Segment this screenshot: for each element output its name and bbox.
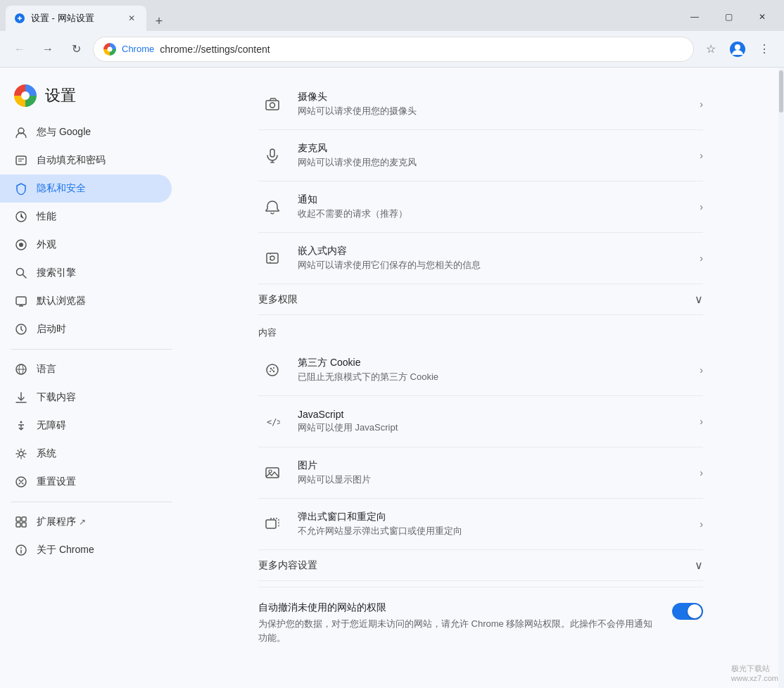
profile-button[interactable] xyxy=(726,38,749,60)
sidebar-item-system[interactable]: 系统 xyxy=(0,440,172,468)
camera-title: 摄像头 xyxy=(298,91,700,103)
svg-point-9 xyxy=(19,243,23,247)
privacy-icon xyxy=(14,181,28,196)
svg-point-36 xyxy=(270,103,275,108)
camera-icon xyxy=(258,90,286,118)
svg-point-41 xyxy=(270,256,274,260)
more-content-settings-label: 更多内容设置 xyxy=(258,559,695,572)
images-item[interactable]: 图片 网站可以显示图片 › xyxy=(258,447,703,499)
sidebar-item-reset[interactable]: 重置设置 xyxy=(0,468,172,496)
main-inner: 摄像头 网站可以请求使用您的摄像头 › 麦克风 网站可以请求使用您的麦克风 › xyxy=(183,68,778,688)
notification-icon xyxy=(258,193,286,221)
scrollbar-thumb[interactable] xyxy=(779,70,783,113)
menu-button[interactable]: ⋮ xyxy=(753,38,776,60)
tab-close-button[interactable]: ✕ xyxy=(125,12,138,25)
embedded-icon xyxy=(258,244,286,272)
sidebar-item-label: 您与 Google xyxy=(37,126,91,139)
more-content-settings-row[interactable]: 更多内容设置 ∨ xyxy=(258,550,703,581)
extensions-icon xyxy=(14,515,28,529)
sidebar-item-accessibility[interactable]: 无障碍 xyxy=(0,412,172,440)
images-icon xyxy=(258,459,286,487)
camera-item[interactable]: 摄像头 网站可以请求使用您的摄像头 › xyxy=(258,79,703,130)
content-area: 摄像头 网站可以请求使用您的摄像头 › 麦克风 网站可以请求使用您的麦克风 › xyxy=(241,68,720,667)
sidebar-item-extensions[interactable]: 扩展程序 ↗ xyxy=(0,508,172,536)
popups-arrow: › xyxy=(700,518,703,530)
sidebar-item-language[interactable]: 语言 xyxy=(0,355,172,383)
maximize-button[interactable]: ▢ xyxy=(712,6,745,28)
sidebar-item-default-browser[interactable]: 默认浏览器 xyxy=(0,287,172,315)
sidebar-item-downloads[interactable]: 下载内容 xyxy=(0,383,172,412)
svg-rect-12 xyxy=(16,297,26,305)
window-controls: — ▢ ✕ xyxy=(678,6,778,31)
cookies-arrow: › xyxy=(700,364,703,376)
popups-item[interactable]: 弹出式窗口和重定向 不允许网站显示弹出式窗口或使用重定向 › xyxy=(258,499,703,550)
sidebar-divider xyxy=(11,349,172,350)
svg-point-46 xyxy=(270,371,271,372)
embedded-item[interactable]: 嵌入式内容 网站可以请求使用它们保存的与您相关的信息 › xyxy=(258,233,703,284)
sidebar-divider-2 xyxy=(11,502,172,502)
address-text: chrome://settings/content xyxy=(160,44,270,55)
auto-revoke-toggle[interactable] xyxy=(672,603,703,620)
sidebar-item-google[interactable]: 您与 Google xyxy=(0,118,172,146)
sidebar-item-label: 重置设置 xyxy=(37,476,76,488)
popups-desc: 不允许网站显示弹出式窗口或使用重定向 xyxy=(298,525,700,537)
svg-rect-50 xyxy=(266,468,279,478)
svg-point-26 xyxy=(19,452,23,456)
javascript-arrow: › xyxy=(700,416,703,427)
new-tab-button[interactable]: + xyxy=(149,11,169,31)
sidebar-item-label: 启动时 xyxy=(37,323,66,336)
svg-point-2 xyxy=(735,44,740,50)
javascript-title: JavaScript xyxy=(298,409,700,420)
svg-point-45 xyxy=(273,367,274,369)
sidebar-header: 设置 xyxy=(0,79,183,118)
cookies-content: 第三方 Cookie 已阻止无痕模式下的第三方 Cookie xyxy=(298,357,700,383)
cookies-item[interactable]: 第三方 Cookie 已阻止无痕模式下的第三方 Cookie › xyxy=(258,345,703,396)
app-body: 设置 您与 Google 自动填充和密码 隐私和安全 性能 xyxy=(0,68,784,688)
more-permissions-label: 更多权限 xyxy=(258,293,695,306)
toggle-on[interactable] xyxy=(672,603,703,620)
content-section-header: 内容 xyxy=(258,315,703,345)
address-bar-actions: ☆ ⋮ xyxy=(700,38,776,60)
sidebar-item-label: 搜索引擎 xyxy=(37,267,76,279)
popups-title: 弹出式窗口和重定向 xyxy=(298,511,700,523)
sidebar-item-performance[interactable]: 性能 xyxy=(0,203,172,231)
downloads-icon xyxy=(14,390,28,404)
accessibility-icon xyxy=(14,419,28,433)
images-content: 图片 网站可以显示图片 xyxy=(298,459,700,486)
sidebar-item-appearance[interactable]: 外观 xyxy=(0,231,172,259)
minimize-button[interactable]: — xyxy=(678,6,711,28)
svg-rect-52 xyxy=(266,520,276,528)
notification-arrow: › xyxy=(700,201,703,212)
microphone-content: 麦克风 网站可以请求使用您的麦克风 xyxy=(298,142,700,169)
svg-rect-29 xyxy=(22,517,26,521)
more-permissions-row[interactable]: 更多权限 ∨ xyxy=(258,284,703,315)
sidebar-item-about[interactable]: 关于 Chrome xyxy=(0,536,172,564)
system-icon xyxy=(14,447,28,461)
sidebar-item-label: 默认浏览器 xyxy=(37,295,86,307)
address-bar[interactable]: Chrome chrome://settings/content xyxy=(93,37,694,62)
sidebar-item-privacy[interactable]: 隐私和安全 xyxy=(0,174,172,203)
chrome-logo xyxy=(14,84,37,107)
appearance-icon xyxy=(14,238,28,252)
camera-arrow: › xyxy=(700,98,703,110)
bookmark-button[interactable]: ☆ xyxy=(700,38,722,60)
sidebar: 设置 您与 Google 自动填充和密码 隐私和安全 性能 xyxy=(0,68,183,688)
scrollbar-track[interactable] xyxy=(778,68,784,688)
sidebar-item-autofill[interactable]: 自动填充和密码 xyxy=(0,146,172,174)
about-icon xyxy=(14,543,28,557)
active-tab[interactable]: 设置 - 网站设置 ✕ xyxy=(6,6,146,31)
language-icon xyxy=(14,362,28,376)
site-icon xyxy=(103,43,116,56)
microphone-item[interactable]: 麦克风 网站可以请求使用您的麦克风 › xyxy=(258,130,703,181)
notification-item[interactable]: 通知 收起不需要的请求（推荐） › xyxy=(258,181,703,233)
reload-button[interactable]: ↻ xyxy=(65,38,87,60)
javascript-item[interactable]: </> JavaScript 网站可以使用 JavaScript › xyxy=(258,396,703,447)
close-button[interactable]: ✕ xyxy=(746,6,778,28)
back-button[interactable]: ← xyxy=(8,38,31,60)
autofill-icon xyxy=(14,153,28,167)
svg-rect-37 xyxy=(270,149,274,157)
sidebar-item-startup[interactable]: 启动时 xyxy=(0,315,172,343)
sidebar-item-search[interactable]: 搜索引擎 xyxy=(0,259,172,287)
forward-button[interactable]: → xyxy=(37,38,59,60)
images-desc: 网站可以显示图片 xyxy=(298,473,700,486)
